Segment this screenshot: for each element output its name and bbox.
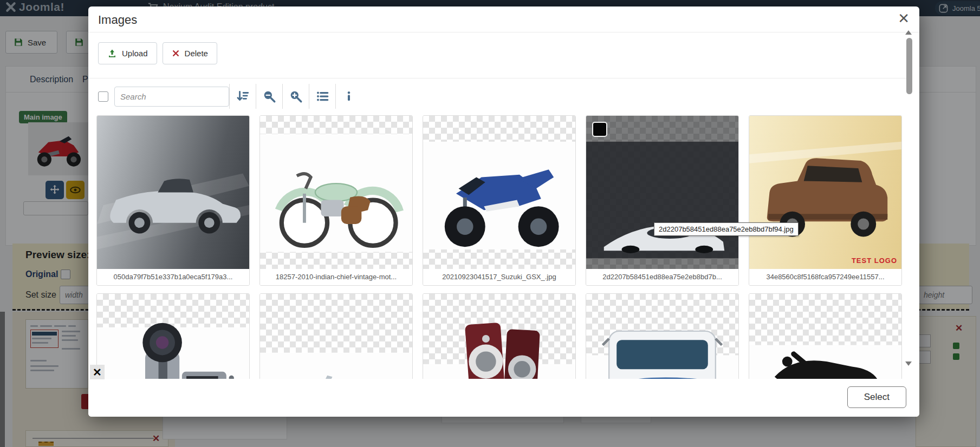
image-tile[interactable]: 18257-2010-indian-chief-vintage-mot... xyxy=(259,115,413,286)
thumbnail xyxy=(586,116,738,269)
scrollbar-thumb[interactable] xyxy=(906,38,912,94)
delete-x-icon xyxy=(172,49,180,57)
modal-footer: Select xyxy=(88,379,919,417)
selected-checkbox[interactable] xyxy=(592,122,607,137)
thumbnail xyxy=(423,116,575,269)
blue-bus-image xyxy=(586,294,738,379)
list-view-button[interactable] xyxy=(309,84,335,109)
mint-motorcycle-image xyxy=(260,116,412,269)
image-filename: 18257-2010-indian-chief-vintage-mot... xyxy=(260,269,412,285)
thumbnail xyxy=(586,294,738,379)
image-tile[interactable] xyxy=(423,293,576,379)
upload-button-label: Upload xyxy=(122,49,148,58)
sort-amount-down-icon xyxy=(236,89,250,103)
image-tile[interactable] xyxy=(749,293,902,379)
select-button[interactable]: Select xyxy=(847,386,906,408)
thumbnail xyxy=(260,116,412,269)
thumbnail xyxy=(749,294,901,379)
select-all-checkbox[interactable] xyxy=(98,91,108,102)
camcorder-image xyxy=(97,294,249,379)
modal-body: Upload Delete xyxy=(88,33,907,379)
silver-car-image xyxy=(97,116,249,269)
info-icon xyxy=(343,90,355,102)
thumbnail xyxy=(97,116,249,269)
image-tile[interactable]: 050da79f7b51e337b1a0eca5f179a3... xyxy=(96,115,250,286)
watermark-text: TEST LOGO xyxy=(852,257,897,265)
blue-motorcycle-image xyxy=(423,116,575,269)
image-filename: 2d2207b58451ed88ea75e2eb8bd7b... xyxy=(586,269,738,285)
scroll-down-arrow[interactable] xyxy=(905,361,912,366)
joomla-x-glyph: ✕ xyxy=(90,365,105,379)
image-tile-selected[interactable]: 2d2207b58451ed88ea75e2eb8bd7b... xyxy=(586,115,739,286)
black-motorcycle-image xyxy=(749,294,901,379)
filename-tooltip: 2d2207b58451ed88ea75e2eb8bd7bf94.jpg xyxy=(654,222,799,236)
list-view-icon xyxy=(315,89,329,103)
image-tile[interactable]: TEST LOGO 34e8560c8f5168fca957249ee11557… xyxy=(749,115,902,286)
image-tile[interactable] xyxy=(259,293,413,379)
delete-button[interactable]: Delete xyxy=(163,42,217,64)
modal-scrollbar[interactable] xyxy=(907,6,916,417)
scroll-up-arrow[interactable] xyxy=(905,30,912,35)
upload-button[interactable]: Upload xyxy=(98,42,157,64)
white-concept-car-image xyxy=(586,116,738,269)
image-filename: 20210923041517_Suzuki_GSX_.jpg xyxy=(423,269,575,285)
zoom-in-button[interactable] xyxy=(282,84,309,109)
thumbnail: TEST LOGO xyxy=(749,116,901,269)
thumbnail xyxy=(97,294,249,379)
image-filename: 050da79f7b51e337b1a0eca5f179a3... xyxy=(97,269,249,285)
image-filename: 34e8560c8f5168fca957249ee11557... xyxy=(749,269,901,285)
red-speakers-image xyxy=(423,294,575,379)
thumbnail xyxy=(260,294,412,379)
zoom-in-icon xyxy=(289,89,303,103)
delete-button-label: Delete xyxy=(185,49,208,58)
image-tile[interactable] xyxy=(96,293,250,379)
modal-title: Images xyxy=(98,13,137,27)
white-convertible-image xyxy=(260,294,412,379)
zoom-out-icon xyxy=(262,89,276,103)
image-tile[interactable] xyxy=(586,293,739,379)
brown-suv-image xyxy=(749,116,901,269)
screen: Joomla! Nexium Audit Edition product Joo… xyxy=(0,0,980,447)
image-grid: 050da79f7b51e337b1a0eca5f179a3... xyxy=(96,115,902,379)
image-tile[interactable]: 20210923041517_Suzuki_GSX_.jpg xyxy=(423,115,576,286)
search-row xyxy=(88,78,907,114)
modal-header: Images ✕ xyxy=(88,6,919,32)
upload-icon xyxy=(107,49,117,58)
sort-button[interactable] xyxy=(229,84,256,109)
search-input[interactable] xyxy=(114,87,229,107)
info-button[interactable] xyxy=(335,84,362,109)
thumbnail xyxy=(423,294,575,379)
zoom-out-button[interactable] xyxy=(256,84,282,109)
images-modal: Images ✕ Upload Delete xyxy=(88,6,919,417)
